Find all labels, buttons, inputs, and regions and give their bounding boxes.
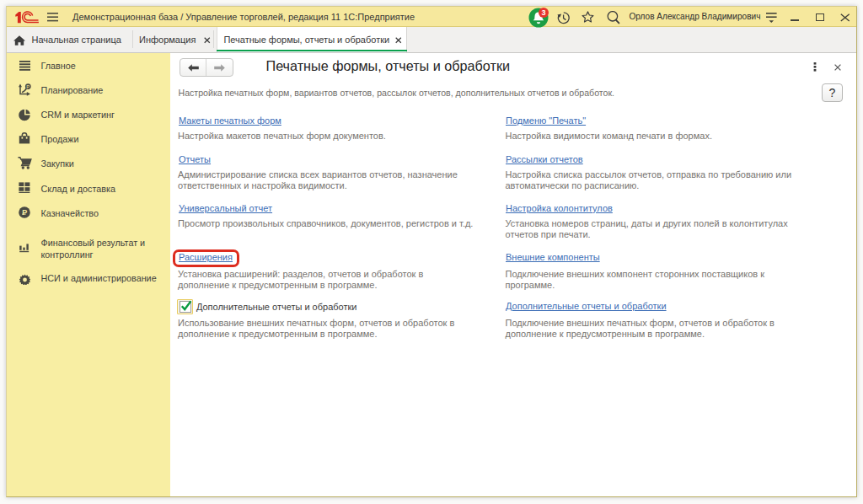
svg-text:3: 3: [541, 8, 545, 17]
svg-text:Р: Р: [22, 208, 27, 217]
svg-text:Р: Р: [26, 84, 29, 89]
